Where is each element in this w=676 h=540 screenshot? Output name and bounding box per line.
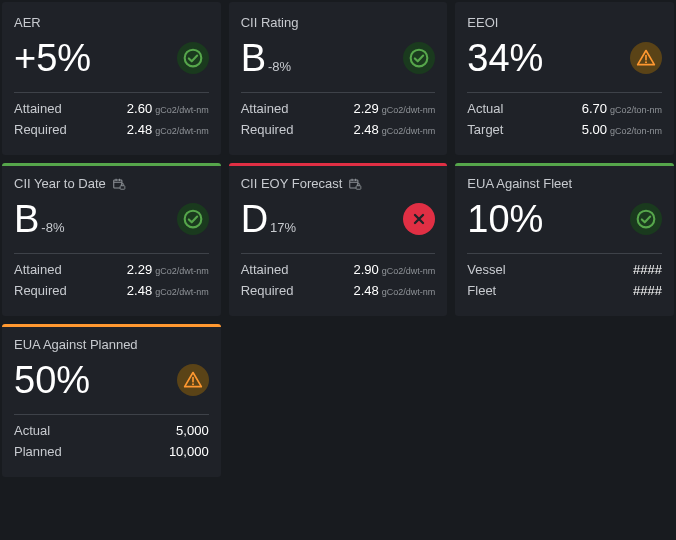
headline-main: +5%	[14, 37, 91, 80]
metric-label: Attained	[14, 262, 62, 277]
metric-unit: gCo2/dwt-nm	[382, 266, 436, 276]
metric-value: 2.48gCo2/dwt-nm	[127, 122, 209, 137]
metric-unit: gCo2/dwt-nm	[382, 105, 436, 115]
headline-main: B	[241, 37, 266, 80]
metric-card[interactable]: EUA Against Fleet10%Vessel####Fleet####	[455, 163, 674, 316]
headline-value: B-8%	[241, 37, 291, 80]
headline-value: 34%	[467, 37, 543, 80]
metric-row: Fleet####	[467, 283, 662, 298]
metric-value: 5,000	[176, 423, 209, 438]
metric-value: 2.90gCo2/dwt-nm	[353, 262, 435, 277]
metric-label: Required	[241, 122, 294, 137]
metric-value: 2.60gCo2/dwt-nm	[127, 101, 209, 116]
headline-sub: 17%	[270, 220, 296, 235]
headline-row: B-8%	[14, 195, 209, 243]
headline-value: 50%	[14, 359, 90, 402]
metric-number: 2.29	[353, 101, 378, 116]
metric-number: ####	[633, 262, 662, 277]
metric-label: Attained	[241, 262, 289, 277]
metric-label: Fleet	[467, 283, 496, 298]
metric-row: Actual6.70gCo2/ton-nm	[467, 101, 662, 116]
card-title: EUA Against Fleet	[467, 176, 662, 191]
metric-row: Required2.48gCo2/dwt-nm	[241, 122, 436, 137]
metric-unit: gCo2/ton-nm	[610, 105, 662, 115]
metric-unit: gCo2/dwt-nm	[382, 126, 436, 136]
metric-label: Attained	[241, 101, 289, 116]
dashboard-grid: AER+5%Attained2.60gCo2/dwt-nmRequired2.4…	[2, 2, 674, 477]
metric-label: Actual	[467, 101, 503, 116]
calendar-lock-icon	[348, 177, 362, 191]
metric-card[interactable]: CII Year to DateB-8%Attained2.29gCo2/dwt…	[2, 163, 221, 316]
headline-row: +5%	[14, 34, 209, 82]
metric-card[interactable]: CII RatingB-8%Attained2.29gCo2/dwt-nmReq…	[229, 2, 448, 155]
metric-row: Actual5,000	[14, 423, 209, 438]
metric-card[interactable]: EEOI34%Actual6.70gCo2/ton-nmTarget5.00gC…	[455, 2, 674, 155]
metric-unit: gCo2/dwt-nm	[155, 266, 209, 276]
metric-label: Required	[14, 283, 67, 298]
metric-number: 5,000	[176, 423, 209, 438]
separator	[241, 253, 436, 254]
check-circle-icon	[630, 203, 662, 235]
svg-rect-14	[356, 185, 361, 189]
metric-value: 2.29gCo2/dwt-nm	[353, 101, 435, 116]
headline-row: 10%	[467, 195, 662, 243]
card-title: CII EOY Forecast	[241, 176, 436, 191]
headline-main: 50%	[14, 359, 90, 402]
headline-row: B-8%	[241, 34, 436, 82]
metric-number: 2.60	[127, 101, 152, 116]
card-title: EEOI	[467, 15, 662, 30]
headline-value: +5%	[14, 37, 91, 80]
svg-point-1	[411, 50, 428, 67]
calendar-lock-icon	[112, 177, 126, 191]
headline-main: 34%	[467, 37, 543, 80]
metric-number: 6.70	[582, 101, 607, 116]
metric-value: 10,000	[169, 444, 209, 459]
card-title: CII Year to Date	[14, 176, 209, 191]
headline-sub: -8%	[41, 220, 64, 235]
x-circle-icon	[403, 203, 435, 235]
metric-number: 5.00	[582, 122, 607, 137]
svg-point-3	[645, 61, 647, 63]
metric-card[interactable]: AER+5%Attained2.60gCo2/dwt-nmRequired2.4…	[2, 2, 221, 155]
svg-point-0	[184, 50, 201, 67]
card-title: AER	[14, 15, 209, 30]
check-circle-icon	[177, 203, 209, 235]
metric-row: Attained2.90gCo2/dwt-nm	[241, 262, 436, 277]
metric-unit: gCo2/dwt-nm	[155, 105, 209, 115]
metric-unit: gCo2/dwt-nm	[155, 126, 209, 136]
metric-row: Attained2.29gCo2/dwt-nm	[14, 262, 209, 277]
metric-label: Attained	[14, 101, 62, 116]
headline-value: D17%	[241, 198, 296, 241]
headline-row: 34%	[467, 34, 662, 82]
metric-unit: gCo2/ton-nm	[610, 126, 662, 136]
metric-card[interactable]: CII EOY ForecastD17%Attained2.90gCo2/dwt…	[229, 163, 448, 316]
metric-label: Planned	[14, 444, 62, 459]
metric-value: 2.29gCo2/dwt-nm	[127, 262, 209, 277]
headline-value: B-8%	[14, 198, 64, 241]
card-title-text: AER	[14, 15, 41, 30]
svg-point-9	[184, 211, 201, 228]
metric-number: 2.48	[127, 122, 152, 137]
metric-number: 2.29	[127, 262, 152, 277]
separator	[14, 253, 209, 254]
metric-number: 2.48	[353, 122, 378, 137]
metric-label: Actual	[14, 423, 50, 438]
metric-number: 2.90	[353, 262, 378, 277]
headline-main: D	[241, 198, 268, 241]
headline-main: B	[14, 198, 39, 241]
alert-triangle-icon	[177, 364, 209, 396]
metric-value: ####	[633, 283, 662, 298]
metric-label: Target	[467, 122, 503, 137]
metric-row: Target5.00gCo2/ton-nm	[467, 122, 662, 137]
metric-value: ####	[633, 262, 662, 277]
metric-card[interactable]: EUA Against Planned50%Actual5,000Planned…	[2, 324, 221, 477]
metric-value: 2.48gCo2/dwt-nm	[353, 122, 435, 137]
card-title-text: EEOI	[467, 15, 498, 30]
metric-value: 2.48gCo2/dwt-nm	[127, 283, 209, 298]
separator	[241, 92, 436, 93]
card-title-text: CII Rating	[241, 15, 299, 30]
alert-triangle-icon	[630, 42, 662, 74]
metric-number: 10,000	[169, 444, 209, 459]
card-title-text: CII EOY Forecast	[241, 176, 343, 191]
separator	[467, 92, 662, 93]
